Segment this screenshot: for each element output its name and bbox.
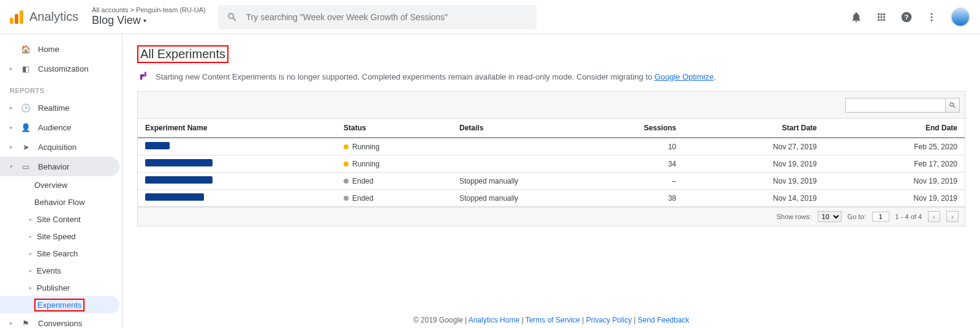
experiment-name-redacted (145, 142, 170, 149)
breadcrumb: All accounts > Penguin-team (RU-UA) (92, 6, 206, 14)
next-button[interactable]: › (946, 211, 959, 222)
footer-link[interactable]: Analytics Home (469, 316, 519, 324)
main-content: All Experiments Starting new Content Exp… (123, 34, 980, 328)
search-icon (227, 12, 238, 23)
table-row[interactable]: Running34Nov 19, 2019Feb 17, 2020 (138, 155, 965, 173)
prev-button[interactable]: ‹ (928, 211, 940, 222)
search-input[interactable] (246, 12, 528, 22)
svg-text:?: ? (904, 13, 908, 21)
status-dot-icon (344, 162, 349, 166)
svg-point-3 (931, 16, 933, 18)
range-label: 1 - 4 of 4 (895, 213, 922, 220)
footer-link[interactable]: Send Feedback (638, 316, 689, 324)
col-end[interactable]: End Date (824, 119, 965, 138)
product-name: Analytics (29, 10, 78, 24)
page-title: All Experiments (140, 47, 225, 61)
nav-site-speed[interactable]: Site Speed (0, 228, 122, 245)
col-name[interactable]: Experiment Name (138, 119, 336, 138)
nav-behavior-flow[interactable]: Behavior Flow (0, 193, 122, 211)
col-status[interactable]: Status (336, 119, 452, 138)
table-row[interactable]: Running10Nov 27, 2019Feb 25, 2020 (138, 138, 965, 155)
nav-behavior-overview[interactable]: Overview (0, 176, 122, 193)
status-dot-icon (344, 196, 349, 201)
svg-point-2 (931, 13, 933, 15)
rows-select[interactable]: 10 (818, 211, 842, 222)
search-bar[interactable] (218, 5, 537, 29)
view-name: Blog View ▾ (92, 14, 206, 28)
ga-logo-icon (10, 10, 23, 24)
experiments-table: Experiment Name Status Details Sessions … (138, 119, 965, 207)
sidebar: 🏠Home ▸◧Customization REPORTS ▸🕒Realtime… (0, 34, 123, 328)
optimize-link[interactable]: Google Optimize (654, 72, 714, 81)
pager: Show rows: 10 Go to: 1 - 4 of 4 ‹ › (138, 207, 965, 226)
goto-input[interactable] (872, 212, 889, 222)
footer-link[interactable]: Privacy Policy (586, 316, 632, 324)
nav-behavior[interactable]: ▾▭Behavior (0, 157, 119, 176)
status-dot-icon (344, 179, 349, 184)
footer: © 2019 Google | Analytics Home | Terms o… (123, 316, 980, 324)
col-sessions[interactable]: Sessions (601, 119, 684, 138)
table-row[interactable]: EndedStopped manually38Nov 14, 2019Nov 1… (138, 190, 965, 207)
reports-label: REPORTS (0, 78, 122, 98)
col-start[interactable]: Start Date (684, 119, 824, 138)
account-selector[interactable]: All accounts > Penguin-team (RU-UA) Blog… (92, 6, 206, 28)
nav-audience[interactable]: ▸👤Audience (0, 117, 122, 137)
deprecation-notice: Starting new Content Experiments is no l… (137, 70, 965, 83)
experiment-name-redacted (145, 159, 213, 166)
status-dot-icon (344, 144, 349, 149)
top-bar: Analytics All accounts > Penguin-team (R… (0, 0, 980, 34)
table-search-input[interactable] (845, 98, 946, 113)
experiment-name-redacted (145, 193, 204, 201)
col-details[interactable]: Details (452, 119, 601, 138)
avatar[interactable] (951, 7, 970, 27)
table-search-button[interactable] (945, 98, 960, 113)
footer-link[interactable]: Terms of Service (526, 316, 580, 324)
bell-icon[interactable] (850, 11, 862, 23)
svg-point-4 (931, 19, 933, 21)
table-row[interactable]: EndedStopped manually–Nov 19, 2019Nov 19… (138, 173, 965, 190)
more-icon[interactable] (926, 12, 937, 23)
nav-publisher[interactable]: Publisher (0, 279, 122, 296)
nav-conversions[interactable]: ▸⚑Conversions (0, 313, 122, 328)
nav-realtime[interactable]: ▸🕒Realtime (0, 98, 122, 117)
header-actions: ? (850, 7, 970, 27)
apps-icon[interactable] (876, 12, 887, 23)
nav-experiments[interactable]: Experiments (0, 296, 119, 313)
nav-site-content[interactable]: Site Content (0, 211, 122, 228)
nav-home[interactable]: 🏠Home (0, 39, 122, 59)
nav-customization[interactable]: ▸◧Customization (0, 59, 122, 78)
nav-site-search[interactable]: Site Search (0, 245, 122, 262)
optimize-icon (137, 70, 149, 83)
nav-acquisition[interactable]: ▸➤Acquisition (0, 137, 122, 157)
help-icon[interactable]: ? (900, 11, 913, 23)
experiments-panel: Experiment Name Status Details Sessions … (137, 91, 965, 226)
nav-events[interactable]: Events (0, 262, 122, 279)
experiment-name-redacted (145, 176, 213, 184)
dropdown-icon: ▾ (143, 17, 146, 24)
